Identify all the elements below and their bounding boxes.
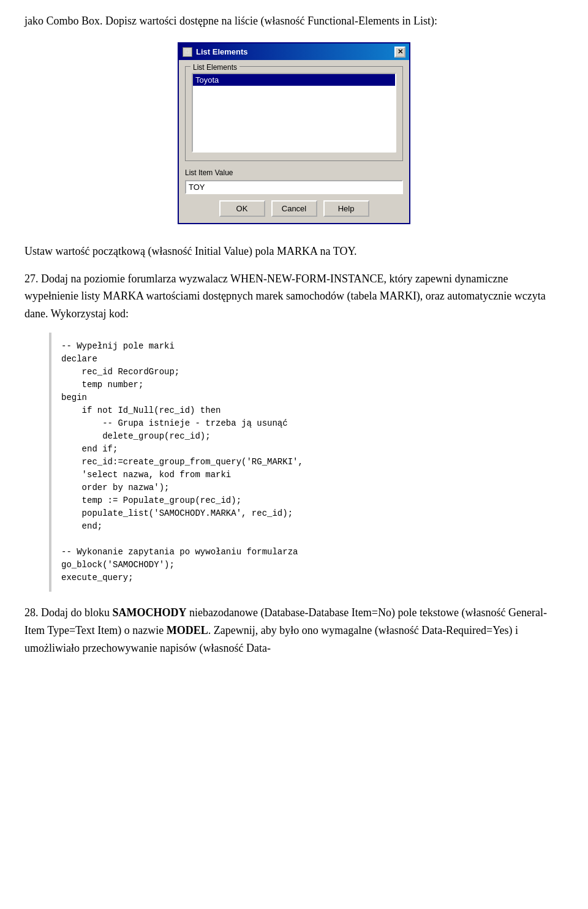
help-button[interactable]: Help	[323, 200, 369, 217]
list-elements-group: List Elements Toyota	[185, 66, 403, 161]
dialog-buttons: OK Cancel Help	[185, 200, 403, 217]
section-28-model: MODEL	[167, 624, 208, 636]
dialog-container: □ List Elements ✕ List Elements Toyota L…	[24, 42, 564, 224]
group-label: List Elements	[190, 62, 239, 73]
list-item-value-input[interactable]	[185, 180, 403, 194]
dialog-body: List Elements Toyota List Item Value OK …	[179, 60, 409, 223]
section-28-text-before: Dodaj do bloku	[41, 606, 113, 619]
page-content: jako Combo Box. Dopisz wartości dostępne…	[24, 12, 564, 657]
list-box[interactable]: Toyota	[192, 73, 396, 153]
cancel-button[interactable]: Cancel	[271, 200, 317, 217]
section-27-body: Dodaj na poziomie forumlarza wyzwalacz W…	[24, 273, 546, 320]
dialog-titlebar: □ List Elements ✕	[179, 43, 409, 61]
titlebar-left: □ List Elements	[183, 46, 248, 58]
section-27-text: 27. Dodaj na poziomie forumlarza wyzwala…	[24, 270, 564, 323]
section-28-bold: SAMOCHODY	[113, 606, 187, 619]
code-block: -- Wypełnij pole marki declare rec_id Re…	[49, 333, 564, 592]
section-27-number: 27.	[24, 273, 39, 285]
dialog-window: □ List Elements ✕ List Elements Toyota L…	[178, 42, 410, 224]
section-27-before-text: Ustaw wartość początkową (własność Initi…	[24, 243, 564, 260]
dialog-title: List Elements	[196, 46, 248, 58]
list-item-value-group: List Item Value	[185, 167, 403, 194]
close-button[interactable]: ✕	[394, 47, 405, 58]
list-box-item[interactable]: Toyota	[193, 74, 395, 86]
section-28-number: 28.	[24, 606, 39, 619]
ok-button[interactable]: OK	[219, 200, 265, 217]
section-28-text: 28. Dodaj do bloku SAMOCHODY niebazodano…	[24, 604, 564, 657]
list-item-value-label: List Item Value	[185, 167, 403, 178]
title-icon: □	[183, 47, 192, 57]
intro-text: jako Combo Box. Dopisz wartości dostępne…	[24, 12, 564, 30]
